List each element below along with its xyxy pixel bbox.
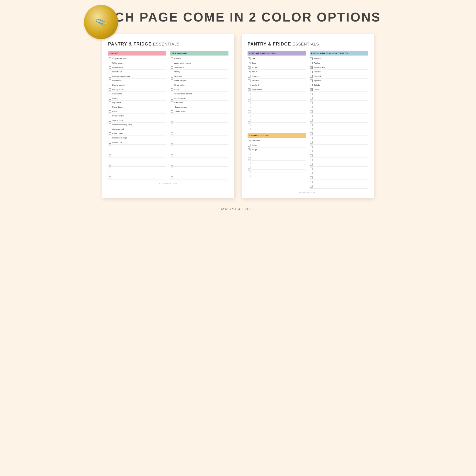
checkbox[interactable] [109,71,111,73]
list-item[interactable]: Baking soda [108,87,166,92]
empty-checkbox[interactable] [248,166,251,169]
empty-list-item[interactable] [170,149,228,153]
empty-list-item[interactable] [170,114,228,118]
empty-checkbox[interactable] [248,128,251,130]
list-item[interactable]: Peanut butter [108,114,166,118]
list-item[interactable]: Strawberries [310,65,368,70]
empty-checkbox[interactable] [248,157,251,160]
checkbox[interactable] [109,106,111,108]
empty-list-item[interactable] [248,105,306,109]
checkbox[interactable] [310,88,313,91]
empty-checkbox[interactable] [109,159,111,161]
checkbox[interactable] [171,84,173,86]
list-item[interactable]: Long-grain white rice [108,74,166,79]
empty-list-item[interactable] [248,152,306,156]
empty-list-item[interactable] [310,92,368,96]
empty-checkbox[interactable] [109,176,111,179]
empty-checkbox[interactable] [310,110,313,113]
list-item[interactable]: Apples [310,61,368,65]
list-item[interactable]: Pasta [108,109,166,114]
empty-list-item[interactable] [310,105,368,109]
empty-checkbox[interactable] [310,119,313,121]
checkbox[interactable] [248,88,251,91]
empty-checkbox[interactable] [310,154,313,157]
empty-list-item[interactable] [248,174,306,178]
list-item[interactable]: Bananas [310,56,368,61]
empty-list-item[interactable] [310,109,368,114]
empty-checkbox[interactable] [248,93,251,95]
empty-list-item[interactable] [310,136,368,140]
empty-checkbox[interactable] [109,146,111,148]
empty-checkbox[interactable] [171,159,173,161]
empty-checkbox[interactable] [310,141,313,144]
empty-list-item[interactable] [310,184,368,188]
checkbox[interactable] [109,57,111,60]
empty-checkbox[interactable] [310,102,313,104]
list-item[interactable]: Aluminum foil [108,127,166,131]
empty-list-item[interactable] [248,118,306,122]
checkbox[interactable] [109,115,111,117]
empty-list-item[interactable] [310,96,368,101]
empty-checkbox[interactable] [248,102,251,104]
empty-list-item[interactable] [108,158,166,162]
empty-list-item[interactable] [248,114,306,118]
empty-checkbox[interactable] [171,154,173,157]
empty-list-item[interactable] [170,136,228,140]
checkbox[interactable] [248,144,251,147]
list-item[interactable]: Salads [310,83,368,87]
list-item[interactable]: Dry beans [108,101,166,105]
checkbox[interactable] [248,62,251,64]
empty-checkbox[interactable] [310,185,313,187]
checkbox[interactable] [171,93,173,95]
empty-checkbox[interactable] [310,137,313,139]
empty-list-item[interactable] [310,122,368,127]
list-item[interactable]: Soy Sauce [170,65,228,70]
empty-checkbox[interactable] [310,163,313,166]
empty-checkbox[interactable] [310,146,313,148]
checkbox[interactable] [109,66,111,69]
list-item[interactable]: Coffee [108,96,166,101]
list-item[interactable]: Butter [248,65,306,70]
empty-list-item[interactable] [170,171,228,175]
empty-list-item[interactable] [170,162,228,167]
list-item[interactable]: Olive oil [170,56,228,61]
checkbox[interactable] [109,110,111,113]
empty-checkbox[interactable] [310,106,313,108]
empty-checkbox[interactable] [171,176,173,179]
empty-checkbox[interactable] [171,132,173,135]
checkbox[interactable] [248,57,251,60]
empty-list-item[interactable] [170,158,228,162]
empty-checkbox[interactable] [310,181,313,183]
empty-checkbox[interactable] [310,97,313,100]
empty-list-item[interactable] [310,149,368,153]
empty-list-item[interactable] [170,153,228,158]
list-item[interactable]: Yogurt [248,70,306,74]
empty-checkbox[interactable] [310,159,313,161]
empty-checkbox[interactable] [310,176,313,179]
empty-checkbox[interactable] [109,163,111,166]
empty-checkbox[interactable] [248,110,251,113]
empty-checkbox[interactable] [171,115,173,117]
list-item[interactable]: Broccoli [310,74,368,79]
checkbox[interactable] [310,62,313,64]
list-item[interactable]: Beans [248,143,306,148]
empty-list-item[interactable] [248,161,306,165]
empty-list-item[interactable] [248,170,306,174]
list-item[interactable]: Cornstarch [108,92,166,96]
empty-checkbox[interactable] [171,168,173,170]
empty-checkbox[interactable] [310,93,313,95]
empty-list-item[interactable] [248,122,306,127]
empty-checkbox[interactable] [248,106,251,108]
empty-list-item[interactable] [108,171,166,175]
list-item[interactable]: Carrot [310,87,368,92]
list-item[interactable]: Paper plates [108,131,166,136]
empty-list-item[interactable] [108,149,166,153]
checkbox[interactable] [109,141,111,144]
empty-list-item[interactable] [310,118,368,122]
list-item[interactable]: Brown sugar [108,65,166,70]
empty-checkbox[interactable] [310,172,313,174]
checkbox[interactable] [248,80,251,82]
empty-list-item[interactable] [310,140,368,145]
empty-list-item[interactable] [310,180,368,184]
list-item[interactable]: Mayonnaise [248,87,306,92]
